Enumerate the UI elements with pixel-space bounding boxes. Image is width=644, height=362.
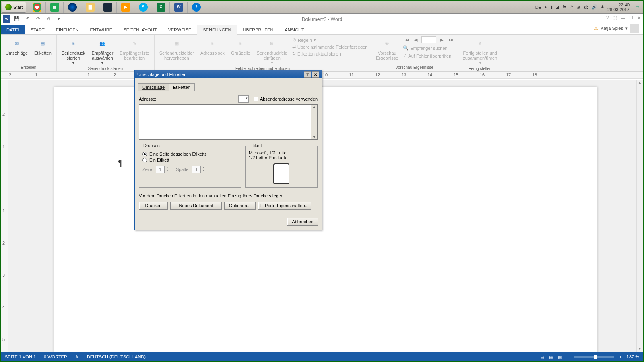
dialog-close-button[interactable]: ✕ <box>312 71 319 78</box>
update-icon: ↻ <box>292 51 296 56</box>
undo-icon[interactable]: ↶ <box>23 15 31 23</box>
lang-indicator[interactable]: DE <box>535 5 541 10</box>
minimize-button[interactable]: — <box>621 15 625 21</box>
envelope-icon: ✉ <box>10 37 23 50</box>
start-button[interactable]: Start <box>2 2 26 13</box>
radio-full-page[interactable]: Eine Seite desselben Etiketts <box>142 152 237 156</box>
taskbar-app-monitor[interactable]: ▦ <box>45 2 63 13</box>
envelopes-button[interactable]: ✉Umschläge <box>4 36 29 56</box>
taskbar-app-player[interactable]: ▶ <box>116 2 134 13</box>
taskbar-app-skype[interactable]: S <box>134 2 152 13</box>
tab-envelopes[interactable]: Umschläge <box>138 83 169 91</box>
options-button[interactable]: Optionen... <box>224 202 256 210</box>
vertical-ruler[interactable]: 2112345 <box>1 80 8 352</box>
update-labels-label: Etiketten aktualisieren <box>297 51 341 56</box>
tab-mailings[interactable]: SENDUNGEN <box>197 25 237 35</box>
tray-power-icon[interactable]: ⏻ <box>584 5 588 10</box>
print-groupbox: Drucken Eine Seite desselben Etiketts Ei… <box>139 146 241 188</box>
qat-dropdown-icon[interactable]: ▾ <box>55 15 63 23</box>
view-web-icon[interactable]: ▧ <box>558 354 562 360</box>
greeting-icon: 🗎 <box>234 37 247 50</box>
clock-time: 22:40 <box>607 2 630 7</box>
address-textarea[interactable] <box>139 104 318 140</box>
taskbar-app-help[interactable]: ? <box>187 2 205 13</box>
horizontal-ruler[interactable]: 21123456789101112131415161718 <box>1 72 643 79</box>
zoom-out-icon[interactable]: − <box>567 354 569 359</box>
zoom-slider[interactable] <box>574 356 614 358</box>
quick-print-icon[interactable]: ⎙ <box>44 15 52 23</box>
save-icon[interactable]: 💾 <box>13 15 21 23</box>
print-button[interactable]: Drucken <box>139 202 168 210</box>
envelopes-label: Umschläge <box>6 51 28 56</box>
label-group-title: Etikett <box>248 143 264 148</box>
windows-orb-icon <box>5 4 12 10</box>
tray-sync-icon[interactable]: ⟳ <box>570 4 573 10</box>
textarea-scrollbar[interactable] <box>311 105 317 139</box>
prev-record-icon: ◀ <box>412 36 419 43</box>
tray-volume-icon[interactable]: 🔊 <box>592 4 597 10</box>
page-viewport[interactable]: ¶ <box>8 80 643 352</box>
start-mailmerge-button[interactable]: 🗎Seriendruck starten▾ <box>60 36 87 66</box>
redo-icon[interactable]: ↷ <box>34 15 42 23</box>
tray-signal-icon[interactable]: ◢ <box>556 4 559 10</box>
labels-button[interactable]: ▤Etiketten <box>33 36 53 56</box>
label-vendor: Microsoft, 1/2 Letter <box>249 150 314 155</box>
label-groupbox[interactable]: Etikett Microsoft, 1/2 Letter 1/2 Letter… <box>245 146 318 188</box>
eporto-button[interactable]: E-Porto-Eigenschaften... <box>258 202 311 210</box>
tab-layout[interactable]: SEITENLAYOUT <box>118 25 162 34</box>
user-account[interactable]: ⚠ Katja Spies ▾ <box>590 22 643 34</box>
dropdown-icon: ▾ <box>72 61 74 65</box>
tab-view[interactable]: ANSICHT <box>279 25 310 34</box>
word-count[interactable]: 0 WÖRTER <box>44 354 67 359</box>
taskbar-app-word[interactable]: W <box>169 2 187 13</box>
vertical-scrollbar[interactable] <box>636 80 643 352</box>
tab-references[interactable]: VERWEISE <box>162 25 197 34</box>
sender-address-checkbox[interactable] <box>254 97 258 101</box>
tray-clover-icon[interactable]: ❀ <box>601 4 604 10</box>
print-group-title: Drucken <box>142 143 161 148</box>
taskbar-app-chrome[interactable] <box>28 2 45 13</box>
page-indicator[interactable]: SEITE 1 VON 1 <box>5 354 36 359</box>
address-book-dropdown[interactable] <box>238 95 249 103</box>
tab-start[interactable]: START <box>25 25 50 34</box>
mailmerge-icon: 🗎 <box>67 37 80 50</box>
new-document-button[interactable]: Neues Dokument <box>170 202 222 210</box>
view-print-icon[interactable]: ▦ <box>549 354 553 360</box>
tray-clock[interactable]: 22:40 28.03.2017 <box>607 2 632 12</box>
envelopes-labels-dialog: Umschläge und Etiketten ? ✕ Umschläge Et… <box>134 70 322 230</box>
ribbon-display-icon[interactable]: ⬚ <box>613 15 617 21</box>
taskbar-app-media[interactable] <box>63 2 81 13</box>
tab-file[interactable]: DATEI <box>1 25 25 34</box>
dialog-titlebar[interactable]: Umschläge und Etiketten ? ✕ <box>135 70 322 78</box>
address-block-icon: 🗎 <box>206 37 219 50</box>
tray-flag-icon[interactable]: ⚑ <box>562 4 566 10</box>
maximize-button[interactable]: ☐ <box>629 15 633 21</box>
spin-down-icon: ▼ <box>201 169 206 173</box>
edit-list-icon: ✎ <box>128 37 141 50</box>
view-read-icon[interactable]: ▤ <box>540 354 544 360</box>
insert-field-button: 🗎Seriendruckfeld einfügen▾ <box>255 36 289 66</box>
dialog-help-button[interactable]: ? <box>304 71 311 78</box>
language-indicator[interactable]: DEUTSCH (DEUTSCHLAND) <box>87 354 146 359</box>
zoom-level[interactable]: 187 % <box>627 354 639 359</box>
tray-shield-icon[interactable]: ⛨ <box>576 5 581 10</box>
zoom-in-icon[interactable]: + <box>619 354 621 359</box>
select-recipients-button[interactable]: 👥Empfänger auswählen▾ <box>90 36 115 66</box>
tab-insert[interactable]: EINFÜGEN <box>50 25 85 34</box>
help-button[interactable]: ? <box>606 15 609 21</box>
check-errors-button: ✓Auf Fehler überprüfen <box>403 53 454 59</box>
taskbar-app-excel[interactable]: X <box>152 2 169 13</box>
cancel-button[interactable]: Abbrechen <box>287 218 318 226</box>
spellcheck-icon[interactable]: ✎ <box>75 354 79 360</box>
tab-review[interactable]: ÜBERPRÜFEN <box>237 25 279 34</box>
taskbar-app-explorer[interactable]: ▇ <box>81 2 99 13</box>
close-button[interactable]: ✕ <box>637 15 641 21</box>
labels-icon: ▤ <box>36 37 49 50</box>
tray-up-icon[interactable]: ▴ <box>545 4 547 10</box>
taskbar-app-lol[interactable]: L <box>99 2 116 13</box>
tab-design[interactable]: ENTWURF <box>84 25 118 34</box>
radio-single-label[interactable]: Ein Etikett <box>142 158 237 162</box>
tray-desktop-icon[interactable]: ▭ <box>635 4 639 10</box>
tab-labels-dialog[interactable]: Etiketten <box>169 83 195 91</box>
tray-network-icon[interactable]: ▮ <box>550 4 553 10</box>
